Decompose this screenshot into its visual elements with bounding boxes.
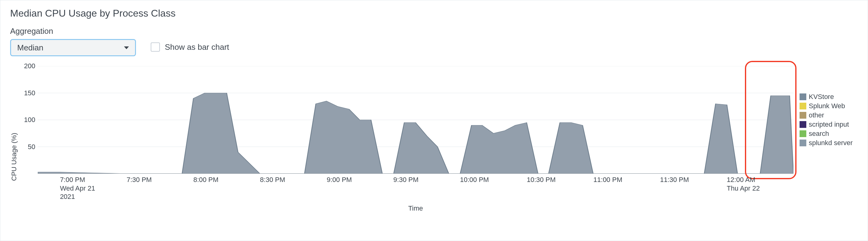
legend-label: search xyxy=(809,130,829,138)
x-tick-label: 11:30 PM xyxy=(660,176,689,184)
x-tick-label: 8:30 PM xyxy=(260,176,285,184)
x-axis-title: Time xyxy=(38,205,794,212)
plot-region[interactable] xyxy=(38,66,794,174)
legend-item[interactable]: other xyxy=(800,111,858,119)
legend-label: Splunk Web xyxy=(809,102,845,110)
legend-label: KVStore xyxy=(809,93,834,101)
legend-label: scripted input xyxy=(809,121,849,129)
legend-swatch xyxy=(800,121,806,128)
chevron-down-icon xyxy=(124,47,129,49)
x-tick-label: 10:00 PM xyxy=(460,176,489,184)
x-tick-label: 10:30 PM xyxy=(527,176,556,184)
y-tick-label: 150 xyxy=(24,89,35,97)
x-tick-label: 11:00 PM xyxy=(593,176,622,184)
y-tick-label: 100 xyxy=(24,116,35,124)
x-tick-label: 9:00 PM xyxy=(327,176,352,184)
legend-swatch xyxy=(800,103,806,109)
chart-area: CPU Usage (%) 50100150200 KVStoreSplunk … xyxy=(10,66,858,214)
y-tick-label: 50 xyxy=(28,143,35,151)
legend-item[interactable]: KVStore xyxy=(800,93,858,101)
area-series-splunkd-server xyxy=(38,93,794,174)
area-chart-svg xyxy=(38,66,794,174)
aggregation-select[interactable]: Median xyxy=(10,39,136,56)
x-tick-label: 9:30 PM xyxy=(394,176,418,184)
legend-swatch xyxy=(800,93,806,100)
legend-label: other xyxy=(809,111,824,119)
x-tick-label: 8:00 PM xyxy=(193,176,219,184)
legend-swatch xyxy=(800,112,806,119)
x-axis-ticks: 7:00 PMWed Apr 2120217:30 PM8:00 PM8:30 … xyxy=(38,176,794,203)
legend-item[interactable]: search xyxy=(800,130,858,138)
x-tick-label: 7:00 PMWed Apr 212021 xyxy=(60,176,95,201)
legend-item[interactable]: scripted input xyxy=(800,121,858,129)
show-bar-chart-label: Show as bar chart xyxy=(165,43,229,52)
aggregation-label: Aggregation xyxy=(10,26,136,36)
x-tick-label: 12:00 AMThu Apr 22 xyxy=(727,176,760,192)
y-axis-ticks: 50100150200 xyxy=(19,66,38,174)
x-tick-label: 7:30 PM xyxy=(127,176,152,184)
legend-item[interactable]: splunkd server xyxy=(800,139,858,147)
show-bar-chart-checkbox[interactable] xyxy=(151,43,160,52)
aggregation-field: Aggregation Median xyxy=(10,26,136,56)
legend-swatch xyxy=(800,130,806,137)
aggregation-selected-value: Median xyxy=(17,43,43,53)
panel-title: Median CPU Usage by Process Class xyxy=(10,8,858,19)
chart-legend: KVStoreSplunk Webotherscripted inputsear… xyxy=(794,66,858,174)
legend-swatch xyxy=(800,139,806,146)
show-bar-chart-option: Show as bar chart xyxy=(151,38,229,56)
legend-label: splunkd server xyxy=(809,139,852,147)
legend-item[interactable]: Splunk Web xyxy=(800,102,858,110)
controls-row: Aggregation Median Show as bar chart xyxy=(10,26,858,56)
y-axis-title: CPU Usage (%) xyxy=(10,99,18,181)
y-tick-label: 200 xyxy=(24,62,35,70)
